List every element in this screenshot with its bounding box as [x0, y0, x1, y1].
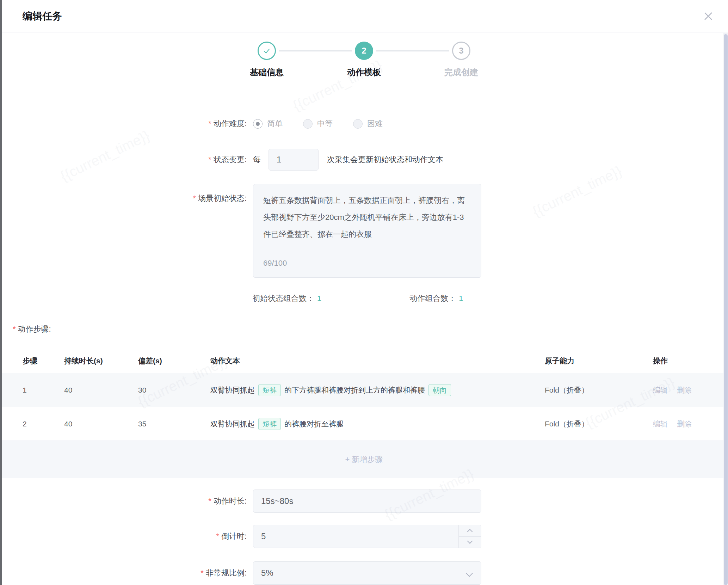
difficulty-label: *动作难度:: [0, 118, 247, 129]
initial-state-label-text: 场景初始状态:: [198, 194, 247, 203]
required-marker: *: [193, 194, 196, 203]
initial-state-label: *场景初始状态:: [0, 184, 247, 204]
duration-input[interactable]: 15s~80s: [253, 489, 481, 513]
cell-ops: 编辑 删除: [653, 419, 728, 429]
unusual-ratio-row: *非常规比例: 5%: [0, 561, 728, 585]
countdown-value: 5: [261, 531, 266, 541]
step-label: 动作模板: [347, 67, 381, 78]
step-connector: [376, 50, 449, 51]
radio-unchecked-icon: [303, 119, 313, 129]
duration-label-text: 动作时长:: [214, 497, 247, 505]
required-marker: *: [13, 325, 16, 334]
initial-state-row: *场景初始状态: 短裤五条数据背面朝上，五条数据正面朝上，裤腰朝右，离头部视野下…: [0, 184, 728, 278]
cell-action-text: 双臂协同抓起短裤的裤腰对折至裤腿: [210, 418, 545, 430]
unusual-ratio-select[interactable]: 5%: [253, 561, 481, 585]
required-marker: *: [216, 532, 219, 541]
required-marker: *: [208, 497, 211, 505]
radio-hard[interactable]: 困难: [353, 118, 383, 129]
radio-hard-label: 困难: [367, 118, 383, 129]
action-combo-value: 1: [459, 294, 463, 303]
cell-duration: 40: [64, 386, 138, 394]
number-spinner: [458, 525, 481, 548]
duration-content: 15s~80s: [253, 489, 481, 513]
object-tag: 短裤: [258, 384, 281, 396]
object-tag: 短裤: [258, 418, 281, 430]
step-complete: 3 完成创建: [413, 42, 510, 78]
cell-ops: 编辑 删除: [653, 385, 728, 395]
unusual-ratio-label-text: 非常规比例:: [206, 568, 247, 577]
state-change-suffix: 次采集会更新初始状态和动作文本: [327, 154, 443, 165]
step-action-template: 2 动作模板: [315, 42, 413, 78]
step-active-circle: 2: [355, 42, 373, 60]
state-change-content: 每 1 次采集会更新初始状态和动作文本: [253, 149, 443, 171]
difficulty-row: *动作难度: 简单 中等 困难: [0, 118, 728, 130]
radio-checked-icon: [253, 119, 263, 129]
table-row: 1 40 30 双臂协同抓起短裤的下方裤腿和裤腰对折到上方的裤腿和裤腰朝向 Fo…: [0, 373, 728, 407]
difficulty-options: 简单 中等 困难: [253, 118, 403, 129]
required-marker: *: [208, 119, 211, 128]
step-label: 完成创建: [444, 67, 478, 78]
chevron-up-icon: [467, 529, 473, 534]
header-step: 步骤: [23, 356, 64, 366]
combos-row: 初始状态组合数： 1 动作组合数： 1: [0, 293, 728, 304]
window-edge: [0, 0, 2, 585]
chevron-down-icon: [466, 570, 473, 577]
step-done-circle: [258, 42, 276, 60]
action-steps-label-text: 动作步骤:: [18, 324, 51, 334]
countdown-label: *倒计时:: [0, 531, 247, 542]
edit-task-dialog: 编辑任务 基础信息 2 动作模板: [0, 0, 728, 585]
unusual-ratio-content: 5%: [253, 561, 481, 585]
dialog-body: 基础信息 2 动作模板 3 完成创建 *动作难度: 简单 中等: [0, 42, 728, 585]
check-icon: [262, 46, 271, 55]
stepper: 基础信息 2 动作模板 3 完成创建: [218, 42, 510, 78]
action-text-part: 双臂协同抓起: [210, 420, 255, 428]
header-ability: 原子能力: [545, 356, 653, 366]
cell-deviation: 30: [138, 386, 210, 394]
cell-action-text: 双臂协同抓起短裤的下方裤腿和裤腰对折到上方的裤腿和裤腰朝向: [210, 384, 545, 396]
spinner-down-button[interactable]: [459, 537, 481, 548]
table-header-row: 步骤 持续时长(s) 偏差(s) 动作文本 原子能力 操作: [0, 349, 728, 373]
dialog-title: 编辑任务: [23, 10, 62, 23]
orientation-tag: 朝向: [428, 384, 451, 396]
radio-unchecked-icon: [353, 119, 363, 129]
delete-link[interactable]: 删除: [677, 385, 692, 395]
dialog-header: 编辑任务: [0, 0, 728, 32]
initial-combo-label: 初始状态组合数：: [252, 293, 314, 304]
step-basic-info: 基础信息: [218, 42, 315, 78]
difficulty-label-text: 动作难度:: [214, 119, 247, 128]
countdown-content: 5: [253, 525, 481, 548]
action-steps-table: 步骤 持续时长(s) 偏差(s) 动作文本 原子能力 操作 1 40 30 双臂…: [0, 349, 728, 478]
cell-deviation: 35: [138, 420, 210, 428]
edit-link[interactable]: 编辑: [653, 385, 668, 395]
char-counter: 69/100: [263, 255, 287, 272]
edit-link[interactable]: 编辑: [653, 419, 668, 429]
state-change-label-text: 状态变更:: [214, 155, 247, 164]
required-marker: *: [200, 568, 204, 577]
header-ops: 操作: [653, 356, 728, 366]
cell-ability: Fold（折叠）: [545, 419, 653, 429]
duration-row: *动作时长: 15s~80s: [0, 489, 728, 513]
delete-link[interactable]: 删除: [677, 419, 692, 429]
scrollbar-track[interactable]: [723, 33, 728, 585]
action-text-part: 的下方裤腿和裤腰对折到上方的裤腿和裤腰: [284, 386, 425, 394]
initial-state-textarea[interactable]: 短裤五条数据背面朝上，五条数据正面朝上，裤腰朝右，离头部视野下方至少20cm之外…: [253, 184, 481, 278]
countdown-row: *倒计时: 5: [0, 525, 728, 548]
countdown-input[interactable]: 5: [253, 525, 481, 548]
action-combo-label: 动作组合数：: [409, 293, 456, 304]
duration-label: *动作时长:: [0, 496, 247, 506]
radio-dot: [256, 122, 260, 126]
radio-medium[interactable]: 中等: [303, 118, 333, 129]
radio-easy[interactable]: 简单: [253, 118, 283, 129]
state-change-input[interactable]: 1: [269, 149, 319, 171]
close-button[interactable]: [701, 9, 715, 23]
scrollbar-thumb[interactable]: [724, 34, 728, 585]
add-step-button[interactable]: + 新增步骤: [0, 441, 728, 478]
step-label: 基础信息: [250, 67, 284, 78]
header-action-text: 动作文本: [210, 356, 545, 366]
initial-combo-value: 1: [317, 294, 321, 303]
spinner-up-button[interactable]: [459, 525, 481, 537]
cell-step: 1: [23, 386, 64, 394]
radio-medium-label: 中等: [317, 118, 333, 129]
action-steps-section-label: * 动作步骤:: [13, 324, 728, 334]
countdown-label-text: 倒计时:: [221, 532, 247, 541]
